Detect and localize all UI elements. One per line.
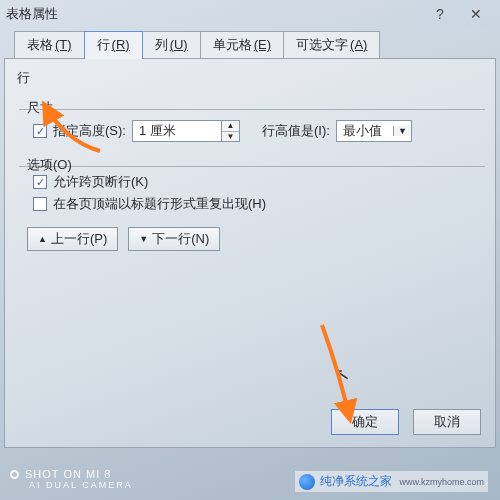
repeat-header-label: 在各页顶端以标题行形式重复出现(H) — [53, 195, 266, 213]
specify-height-checkbox[interactable] — [33, 124, 47, 138]
watermark-dot-icon — [10, 470, 19, 479]
tab-cell[interactable]: 单元格(E) — [200, 31, 284, 59]
allow-break-label: 允许跨页断行(K) — [53, 173, 148, 191]
close-button[interactable]: ✕ — [458, 4, 494, 24]
tab-column[interactable]: 列(U) — [142, 31, 201, 59]
camera-watermark: SHOT ON MI 8 AI DUAL CAMERA — [10, 468, 133, 490]
help-button[interactable]: ? — [422, 4, 458, 24]
dialog-buttons: 确定 取消 — [331, 409, 481, 435]
options-fieldset: 选项(O) 允许跨页断行(K) 在各页顶端以标题行形式重复出现(H) — [19, 148, 485, 213]
tab-row[interactable]: 行(R) — [84, 31, 143, 59]
spin-down-icon[interactable]: ▼ — [222, 132, 239, 142]
height-value[interactable]: 1 厘米 — [133, 121, 221, 141]
titlebar: 表格属性 ? ✕ — [0, 0, 500, 28]
tab-alttext[interactable]: 可选文字(A) — [283, 31, 380, 59]
dialog-body: 表格(T) 行(R) 列(U) 单元格(E) 可选文字(A) 行 尺寸 指定高度… — [0, 28, 500, 448]
cursor-icon: ↖ — [333, 363, 352, 388]
dialog-title: 表格属性 — [6, 5, 58, 23]
size-fieldset: 尺寸 指定高度(S): 1 厘米 ▲ ▼ 行高值是(I): 最小值 ▼ — [19, 91, 485, 142]
row-section-title: 行 — [17, 69, 485, 87]
brand-watermark: 纯净系统之家 www.kzmyhome.com — [295, 471, 488, 492]
triangle-down-icon: ▼ — [139, 234, 148, 244]
next-row-button[interactable]: ▼ 下一行(N) — [128, 227, 220, 251]
allow-break-checkbox[interactable] — [33, 175, 47, 189]
row-height-rule-value: 最小值 — [337, 120, 393, 142]
options-legend: 选项(O) — [23, 156, 76, 174]
specify-height-label: 指定高度(S): — [53, 122, 126, 140]
triangle-up-icon: ▲ — [38, 234, 47, 244]
repeat-header-checkbox[interactable] — [33, 197, 47, 211]
brand-logo-icon — [299, 474, 315, 490]
row-nav-buttons: ▲ 上一行(P) ▼ 下一行(N) — [27, 227, 485, 251]
row-height-rule-dropdown[interactable]: 最小值 ▼ — [336, 120, 412, 142]
spin-up-icon[interactable]: ▲ — [222, 121, 239, 132]
tabstrip: 表格(T) 行(R) 列(U) 单元格(E) 可选文字(A) — [14, 30, 496, 58]
size-legend: 尺寸 — [23, 99, 57, 117]
row-height-rule-label: 行高值是(I): — [262, 122, 330, 140]
height-spinbox[interactable]: 1 厘米 ▲ ▼ — [132, 120, 240, 142]
tab-page-row: 行 尺寸 指定高度(S): 1 厘米 ▲ ▼ 行高值是(I): 最小值 ▼ — [4, 58, 496, 448]
cancel-button[interactable]: 取消 — [413, 409, 481, 435]
prev-row-button[interactable]: ▲ 上一行(P) — [27, 227, 118, 251]
tab-table[interactable]: 表格(T) — [14, 31, 85, 59]
chevron-down-icon[interactable]: ▼ — [393, 126, 411, 136]
ok-button[interactable]: 确定 — [331, 409, 399, 435]
